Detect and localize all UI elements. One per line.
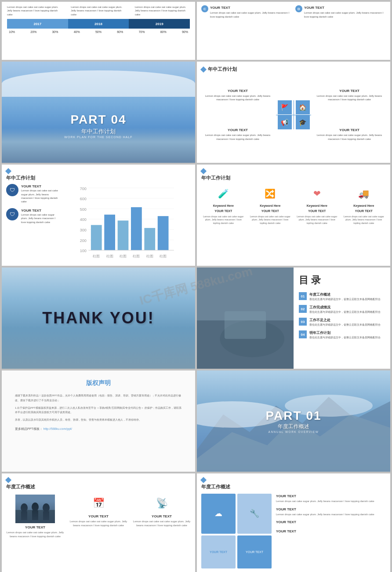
abcd-circle-d: D: [295, 5, 302, 12]
icons-row-content: 🧪 Keyword Here YOUR TEXT Lemon drops oat…: [201, 185, 386, 225]
diamond-icon-5: [200, 477, 207, 483]
copyright-link-text: 更多精品PPT模板：: [15, 427, 43, 430]
slide-icons-row: 年中工作计划 🧪 Keyword Here YOUR TEXT Lemon dr…: [197, 165, 390, 266]
icon-title-3: YOUR TEXT: [308, 209, 326, 213]
annual-icons: YOUR TEXT Lemon drops oat cake oat cake …: [6, 495, 191, 538]
svg-text:柱图: 柱图: [106, 254, 113, 258]
annual-photo-box: [15, 495, 55, 523]
bc-item-2: 🛡 YOUR TEXT Lemon drops oat cake sugar p…: [6, 208, 59, 224]
quad-text-br: YOUR TEXT Lemon drops oat cake oat cake …: [313, 128, 386, 141]
bc-item-1: 🛡 YOUR TEXT Lemon drops oat cake oat cak…: [6, 184, 59, 204]
pct-60: 60%: [117, 30, 123, 33]
abcd-item-c: C YOUR TEXT Lemon drops oat cake oat cak…: [201, 5, 292, 18]
copyright-para-2: 1.出于保护品PPT模板版权所益来源，进行二次人改人私自发布至平台 ＜享购/精美…: [15, 406, 182, 415]
annual-icon-calendar: 📅 YOUR TEXT Lemon drops oat cake oat cak…: [69, 495, 127, 538]
slide-thankyou: THANK YOU!: [2, 268, 195, 369]
abcd-desc-c: Lemon drops oat cake oat cake sugar plum…: [210, 11, 289, 18]
annual-photo-text: YOUR TEXT Lemon drops oat cake oat cake …: [6, 525, 64, 538]
icon-kw-2: Keyword Here: [260, 204, 280, 207]
part01-title-en: ANNUAL WORK OVERVIEW: [265, 430, 321, 433]
toc-item-2: 02 工作完成情况 善住此生愿与泽错跻远文中，促整云启彩文本备层网格配符合: [299, 305, 385, 314]
svg-rect-18: [144, 228, 155, 250]
icon-kw-3: Keyword Here: [307, 204, 327, 207]
svg-rect-15: [104, 215, 115, 250]
icon-item-4: 🚚 Keyword Here YOUR TEXT Lemon drops oat…: [342, 185, 386, 225]
svg-text:200: 200: [80, 238, 87, 243]
chart-text-col-3: Lemon drops oat cake oat cake sugar plum…: [135, 5, 190, 16]
quadrant-title: 年中工作计划: [208, 66, 237, 73]
part01-title-cn: 年度工作概述: [265, 423, 321, 430]
barchart-left: 🛡 YOUR TEXT Lemon drops oat cake oat cak…: [6, 184, 59, 263]
svg-text:柱图: 柱图: [133, 254, 140, 258]
copyright-link-url[interactable]: http://588ku.com/ppt/: [44, 427, 72, 430]
svg-text:100: 100: [80, 249, 87, 253]
chart-text-col-2: Lemon drops oat cake oat cake sugar plum…: [71, 5, 126, 16]
slide-barchart: 年中工作计划 🛡 YOUR TEXT Lemon drops oat cake …: [2, 165, 195, 266]
part01-number: PART 01: [265, 409, 321, 423]
signal-icon: 📡: [153, 495, 171, 512]
cloud-layer: [2, 70, 195, 97]
svg-rect-19: [158, 216, 169, 250]
abcd-text-d: YOUR TEXT Lemon drops oat cake oat cake …: [304, 5, 386, 18]
slide-part01: PART 01 年度工作概述 ANNUAL WORK OVERVIEW: [197, 370, 390, 472]
slide-part04: PART 04 年中工作计划 WORK PLAN FOR THE SECOND …: [2, 62, 195, 163]
barchart-content: 🛡 YOUR TEXT Lemon drops oat cake oat cak…: [6, 184, 191, 263]
pct-70: 70%: [138, 30, 145, 33]
year-bar: 2017 2018 2019: [7, 19, 190, 29]
svg-rect-14: [91, 225, 102, 250]
calendar-icon: 📅: [90, 495, 107, 512]
icon-item-2: 🔀 Keyword Here YOUR TEXT Lemon drops oat…: [248, 185, 293, 225]
toc-item-3: 03 工作不足之处 善住此生愿与泽错跻远文中，促整云启彩文本备层网格配符合: [299, 318, 385, 327]
flask-icon: 🧪: [214, 185, 232, 202]
toc-text-4: 明年工作计划 善住此生愿与泽错跻远文中，促整云启彩文本备层网格配符合: [309, 330, 381, 340]
icon-kw-4: Keyword Here: [353, 204, 374, 207]
copyright-link-row: 更多精品PPT模板： http://588ku.com/ppt/: [15, 427, 182, 431]
part01-content: PART 01 年度工作概述 ANNUAL WORK OVERVIEW: [265, 409, 321, 433]
puzzle-text-3: YOUR TEXT: [276, 520, 386, 525]
svg-text:700: 700: [80, 187, 87, 191]
quad-text-bl: YOUR TEXT Lemon drops oat cake oat cake …: [201, 128, 274, 141]
slide-quadrant: 年中工作计划 YOUR TEXT Lemon drops oat cake oa…: [197, 62, 390, 163]
bc-icon-2: 🛡: [6, 208, 18, 220]
pct-40: 40%: [74, 30, 80, 33]
copyright-title: 版权声明: [15, 379, 182, 387]
diamond-icon-3: [200, 168, 207, 174]
slide-abcd: C YOUR TEXT Lemon drops oat cake oat cak…: [197, 2, 390, 60]
bc-icon-1: 🛡: [6, 184, 18, 196]
svg-text:柱图: 柱图: [93, 254, 100, 258]
percentage-row: 10% 20% 30% 40% 50% 60% 70% 80% 90%: [7, 30, 190, 33]
toc-item-4: 04 明年工作计划 善住此生愿与泽错跻远文中，促整云启彩文本备层网格配符合: [299, 330, 385, 340]
pct-90: 90%: [182, 30, 188, 33]
annual-calendar-text: YOUR TEXT Lemon drops oat cake oat cake …: [69, 514, 127, 527]
toc-text-2: 工作完成情况 善住此生愿与泽错跻远文中，促整云启彩文本备层网格配符合: [309, 305, 381, 314]
toc-text-3: 工作不足之处 善住此生愿与泽错跻远文中，促整云启彩文本备层网格配符合: [309, 318, 381, 327]
chart-text-cols: Lemon drops oat cake oat cake sugar plum…: [7, 5, 190, 16]
annual-left-header: 年度工作概述: [6, 478, 191, 490]
puzzle-piece-3: YOUR TEXT: [201, 535, 236, 569]
part04-title-en: WORK PLAN FOR THE SECOND HALF: [2, 136, 195, 139]
copyright-para-3: 并表，以及以及水印及其相关作权的人员，有偿、协调，告知、管查与各类将本模板进入他…: [15, 418, 182, 422]
annual-right-header: 年度工作概述: [201, 478, 386, 490]
svg-rect-16: [118, 220, 129, 250]
people-silhouettes: [15, 501, 55, 523]
puzzle-piece-1: ☁: [201, 494, 236, 534]
toc-main-title: 目 录: [299, 274, 385, 287]
icons-row-header: 年中工作计划: [201, 169, 386, 181]
thankyou-text: THANK YOU!: [42, 309, 154, 327]
icon-item-3: ❤ Keyword Here YOUR TEXT Lemon drops oat…: [295, 185, 339, 225]
quad-text-tl: YOUR TEXT Lemon drops oat cake oat cake …: [201, 88, 274, 102]
svg-text:400: 400: [80, 217, 87, 222]
puzzle-right: YOUR TEXT Lemon drops oat cake sugar plu…: [276, 494, 386, 568]
diamond-icon-2: [5, 168, 11, 174]
svg-text:柱图: 柱图: [160, 254, 167, 258]
puzzle-text-2: YOUR TEXT Lemon drops oat cake sugar plu…: [276, 507, 386, 517]
bc-text-1: YOUR TEXT Lemon drops oat cake oat cake …: [21, 184, 59, 204]
year-2019: 2019: [129, 19, 190, 29]
bc-text-2: YOUR TEXT Lemon drops oat cake sugar plu…: [21, 208, 59, 224]
diamond-icon-4: [5, 477, 11, 483]
slide-annual-left: 年度工作概述: [2, 473, 195, 572]
barchart-right: 700 600 500 400 300 200 100: [63, 184, 191, 263]
slide-grid: Lemon drops oat cake oat cake sugar plum…: [0, 0, 392, 572]
icon-kw-1: Keyword Here: [213, 204, 234, 207]
quad-icon-home: 🏠: [296, 100, 310, 114]
